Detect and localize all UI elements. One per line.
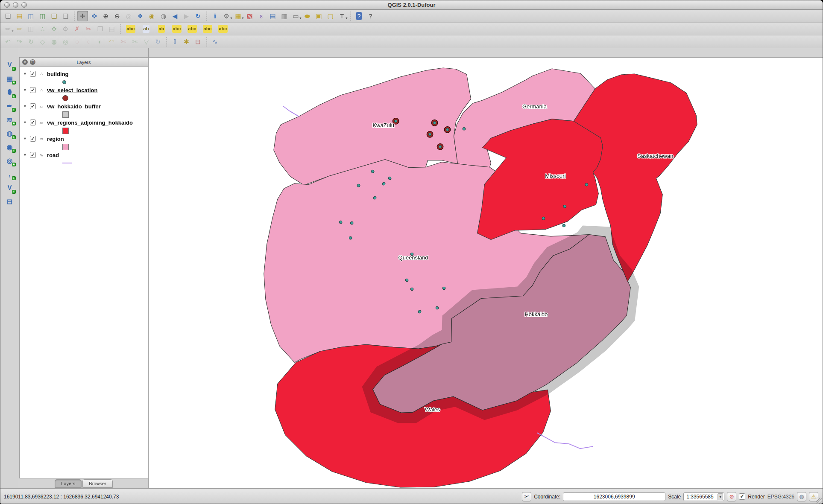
run-feature-action-dropdown-icon[interactable]: ▼ (230, 17, 233, 20)
label-move-icon[interactable]: ab (154, 23, 169, 34)
labeling-icon[interactable]: abc (123, 23, 138, 34)
select-features-dropdown-icon[interactable]: ▼ (241, 17, 244, 20)
scale-dropdown-icon[interactable]: ▼ (718, 493, 723, 500)
select-by-expression-icon[interactable]: ε (256, 11, 267, 21)
deselect-features-icon[interactable]: ▧ (244, 11, 255, 21)
label-rotate-icon[interactable]: abc (185, 23, 199, 34)
title-bar[interactable]: QGIS 2.0.1-Dufour (0, 0, 823, 10)
checkout-features-icon[interactable]: ⇩ (170, 36, 180, 47)
panel-float-icon[interactable]: ❐ (30, 59, 35, 65)
expand-icon[interactable]: ▼ (23, 137, 27, 141)
remove-offline-icon[interactable]: ⊟ (193, 36, 203, 47)
stop-rendering-icon[interactable]: ⊘ (727, 492, 736, 501)
new-bookmark-icon[interactable]: ▣ (313, 11, 324, 21)
save-project-icon[interactable]: ◫ (26, 11, 36, 21)
close-window-button[interactable] (4, 2, 10, 8)
identify-features-icon[interactable]: ℹ (210, 11, 220, 21)
layer-visibility-checkbox[interactable]: ✓ (30, 119, 36, 125)
label-edit-icon[interactable]: abc (216, 23, 230, 34)
zoom-out-icon[interactable]: ⊖ (112, 11, 123, 21)
crs-status-icon[interactable]: ◍ (797, 492, 806, 501)
new-shapefile-layer-icon[interactable]: V+ (4, 182, 15, 193)
extents-readout: 1619011.83,6936223.12 : 1626836.32,69412… (4, 494, 119, 500)
zoom-last-icon[interactable]: ◀ (170, 11, 180, 21)
layer-visibility-checkbox[interactable]: ✓ (30, 71, 36, 77)
text-annotation-icon[interactable]: T▼ (337, 11, 347, 21)
expand-icon[interactable]: ▼ (23, 88, 27, 92)
synchronize-features-icon[interactable]: ✱ (181, 36, 192, 47)
layer-item-vw_select_location[interactable]: ▼✓∴vw_select_location (20, 86, 148, 94)
help-contents-icon[interactable]: ? (354, 11, 364, 21)
expand-icon[interactable]: ▼ (23, 153, 27, 157)
zoom-to-selection-glyph: ◉ (148, 12, 155, 20)
label-pin-icon[interactable]: ab (139, 23, 153, 34)
add-raster-layer-icon[interactable]: ▦+ (4, 73, 15, 84)
layer-visibility-checkbox[interactable]: ✓ (30, 103, 36, 109)
text-annotation-dropdown-icon[interactable]: ▼ (345, 17, 348, 20)
map-canvas[interactable]: KwaZuluGermaniaSaskatchewanMissouriQueen… (149, 57, 823, 488)
pan-map-icon[interactable]: ✛ (77, 11, 88, 21)
resize-grip[interactable] (816, 498, 822, 504)
field-calculator-icon[interactable]: ▥ (279, 11, 290, 21)
layer-item-region[interactable]: ▼✓▱region (20, 134, 148, 143)
measure-line-dropdown-icon[interactable]: ▼ (299, 17, 302, 20)
vector-node-tool-icon[interactable]: ∿ (210, 36, 220, 47)
zoom-window-button[interactable] (21, 2, 27, 8)
show-bookmarks-icon[interactable]: ▢ (325, 11, 336, 21)
select-features-icon[interactable]: ▦▼ (233, 11, 243, 21)
map-building-point (442, 287, 445, 290)
add-feature-icon: ∴ (37, 23, 48, 34)
layers-panel-header: ✕ ❐ Layers (19, 57, 148, 67)
remove-layer-icon[interactable]: ⊟ (4, 196, 15, 207)
open-attribute-table-icon[interactable]: ▤ (267, 11, 278, 21)
scale-combobox[interactable]: 1:33565585 ▼ (683, 492, 724, 501)
zoom-in-icon[interactable]: ⊕ (100, 11, 111, 21)
coordinate-toggle-icon[interactable]: ✂ (522, 492, 531, 501)
minimize-window-button[interactable] (13, 2, 18, 8)
render-checkbox[interactable]: ✓ (739, 493, 745, 500)
add-mssql-layer-icon[interactable]: ≋+ (4, 114, 15, 125)
refresh-map-icon[interactable]: ↻ (193, 11, 203, 21)
map-building-point (585, 183, 588, 186)
open-project-icon[interactable]: ▤ (14, 11, 25, 21)
expand-icon[interactable]: ▼ (23, 120, 27, 125)
layer-visibility-checkbox[interactable]: ✓ (30, 136, 36, 142)
new-project-icon[interactable]: ❏ (3, 11, 13, 21)
layer-item-road[interactable]: ▼✓∿road (20, 151, 148, 159)
expand-icon[interactable]: ▼ (23, 72, 27, 76)
panel-close-icon[interactable]: ✕ (22, 59, 28, 65)
layer-item-building[interactable]: ▼✓∴building (20, 70, 148, 78)
pan-to-selection-icon[interactable]: ✜ (89, 11, 100, 21)
add-part-glyph: ◎ (62, 38, 69, 46)
zoom-full-icon[interactable]: ❖ (135, 11, 146, 21)
composer-manager-icon[interactable]: ❏ (60, 11, 71, 21)
add-wms-layer-icon[interactable]: ◍+ (4, 128, 15, 139)
run-feature-action-icon[interactable]: ⚙▼ (221, 11, 232, 21)
whats-this-icon[interactable]: ? (365, 11, 376, 21)
expand-icon[interactable]: ▼ (23, 104, 27, 108)
add-spatialite-layer-icon[interactable]: ✒+ (4, 100, 15, 111)
layer-visibility-checkbox[interactable]: ✓ (30, 152, 36, 158)
map-tips-icon[interactable]: ⬬ (302, 11, 313, 21)
tab-layers[interactable]: Layers (55, 479, 82, 488)
measure-line-icon[interactable]: ▭▼ (290, 11, 301, 21)
add-delimited-text-layer-icon[interactable]: ,+ (4, 169, 15, 180)
layer-item-vw_hokkaido_buffer[interactable]: ▼✓▱vw_hokkaido_buffer (20, 102, 148, 111)
zoom-to-selection-icon[interactable]: ◉ (146, 11, 157, 21)
save-layer-edits-glyph: ◫ (27, 25, 35, 33)
label-show-hide-icon[interactable]: abc (170, 23, 184, 34)
add-postgis-layer-icon[interactable]: ⬮+ (4, 87, 15, 98)
main-area: V+▦+⬮+✒+≋+◍+◉+◎+,+V+⊟ ✕ ❐ Layers ▼✓∴buil… (0, 48, 823, 488)
add-wfs-layer-icon[interactable]: ◎+ (4, 155, 15, 166)
add-vector-layer-icon[interactable]: V+ (4, 59, 15, 70)
coordinate-input[interactable]: 1623006,6939899 (563, 492, 665, 501)
add-wcs-layer-icon[interactable]: ◉+ (4, 141, 15, 152)
zoom-to-layer-icon[interactable]: ◍ (158, 11, 169, 21)
label-properties-icon[interactable]: abc (200, 23, 215, 34)
layer-item-vw_regions_adjoining_hokkaido[interactable]: ▼✓▱vw_regions_adjoining_hokkaido (20, 118, 148, 127)
save-project-as-icon[interactable]: ◫ (37, 11, 48, 21)
current-edits-dropdown-icon[interactable]: ▼ (11, 29, 14, 32)
layer-visibility-checkbox[interactable]: ✓ (30, 87, 36, 93)
new-print-composer-icon[interactable]: ❏ (49, 11, 59, 21)
tab-browser[interactable]: Browser (82, 479, 112, 488)
